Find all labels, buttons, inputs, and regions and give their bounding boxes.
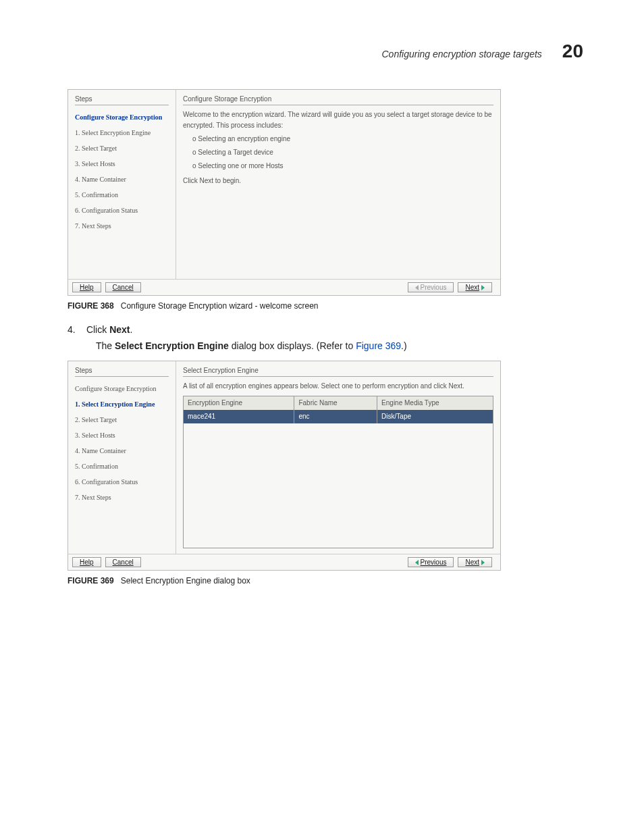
engine-instruction: A list of all encryption engines appears… [183, 381, 493, 392]
cell-fabric: enc [294, 410, 377, 423]
table-row[interactable]: mace241 enc Disk/Tape [184, 410, 493, 423]
figure-label: FIGURE 368 [68, 301, 114, 311]
arrow-left-icon [415, 560, 419, 565]
content-heading: Configure Storage Encryption [183, 95, 493, 105]
wizard-footer: Help Cancel Previous Next [68, 554, 500, 570]
step-select-encryption-engine: 1. Select Encryption Engine [75, 396, 169, 412]
table-header-row: Encryption Engine Fabric Name Engine Med… [184, 396, 493, 411]
step-select-target: 2. Select Target [75, 140, 169, 156]
figure-label: FIGURE 369 [68, 576, 114, 585]
figure-369-caption: FIGURE 369 Select Encryption Engine dial… [68, 576, 583, 585]
figure-text: Configure Storage Encryption wizard - we… [121, 301, 319, 311]
wizard-welcome: Steps Configure Storage Encryption 1. Se… [68, 89, 501, 296]
col-fabric-name[interactable]: Fabric Name [294, 396, 377, 411]
bullet-select-hosts: o Selecting one or more Hosts [183, 161, 493, 172]
step-next-steps: 7. Next Steps [75, 490, 169, 505]
steps-heading: Steps [75, 95, 169, 105]
click-next-text: Click Next to begin. [183, 176, 493, 186]
cell-media-type: Disk/Tape [377, 410, 493, 423]
figure-369-link[interactable]: Figure 369 [356, 340, 401, 351]
wizard-select-engine: Steps Configure Storage Encryption 1. Se… [68, 361, 501, 571]
step-select-encryption-engine: 1. Select Encryption Engine [75, 125, 169, 140]
arrow-left-icon [415, 285, 419, 290]
instruction-step-4: 4. Click Next. [68, 324, 583, 335]
instruction-pre: Click [86, 324, 109, 335]
help-button[interactable]: Help [72, 282, 101, 292]
col-encryption-engine[interactable]: Encryption Engine [184, 396, 294, 411]
bullet-select-engine: o Selecting an encryption engine [183, 134, 493, 145]
step-select-target: 2. Select Target [75, 412, 169, 427]
page-header: Configuring encryption storage targets 2… [61, 41, 583, 62]
col-engine-media-type[interactable]: Engine Media Type [377, 396, 493, 411]
section-title: Configuring encryption storage targets [381, 49, 541, 59]
welcome-text: Welcome to the encryption wizard. The wi… [183, 109, 493, 131]
instruction-bold: Next [109, 324, 130, 335]
bullet-select-target: o Selecting a Target device [183, 147, 493, 158]
steps-sidebar: Steps Configure Storage Encryption 1. Se… [68, 90, 176, 279]
previous-button: Previous [408, 282, 454, 292]
step-configure-storage-encryption: Configure Storage Encryption [75, 109, 169, 125]
engine-table[interactable]: Encryption Engine Fabric Name Engine Med… [183, 396, 493, 548]
wizard-content: Select Encryption Engine A list of all e… [176, 361, 500, 554]
steps-sidebar: Steps Configure Storage Encryption 1. Se… [68, 361, 176, 554]
wizard-footer: Help Cancel Previous Next [68, 279, 500, 295]
arrow-right-icon [481, 560, 485, 565]
arrow-right-icon [481, 285, 485, 290]
sub-bold: Select Encryption Engine [115, 340, 229, 351]
step-confirmation: 5. Confirmation [75, 459, 169, 474]
table-empty-area [184, 423, 493, 548]
instruction-post: . [130, 324, 132, 335]
sub-post: .) [401, 340, 407, 351]
step-configuration-status: 6. Configuration Status [75, 474, 169, 490]
step-configure-storage-encryption: Configure Storage Encryption [75, 381, 169, 396]
content-body: A list of all encryption engines appears… [183, 381, 493, 548]
chapter-number: 20 [562, 41, 583, 62]
help-button[interactable]: Help [72, 557, 101, 567]
step-name-container: 4. Name Container [75, 443, 169, 459]
next-button[interactable]: Next [458, 282, 492, 292]
page: Configuring encryption storage targets 2… [0, 0, 644, 834]
step-select-hosts: 3. Select Hosts [75, 427, 169, 443]
instruction-subtext: The Select Encryption Engine dialog box … [96, 340, 583, 351]
cancel-button[interactable]: Cancel [105, 557, 141, 567]
figure-368-caption: FIGURE 368 Configure Storage Encryption … [68, 301, 583, 311]
cell-engine: mace241 [184, 410, 294, 423]
step-number: 4. [68, 324, 84, 335]
step-next-steps: 7. Next Steps [75, 218, 169, 234]
steps-heading: Steps [75, 367, 169, 377]
content-heading: Select Encryption Engine [183, 367, 493, 377]
step-confirmation: 5. Confirmation [75, 187, 169, 203]
wizard-content: Configure Storage Encryption Welcome to … [176, 90, 500, 279]
cancel-button[interactable]: Cancel [105, 282, 141, 292]
previous-button[interactable]: Previous [408, 557, 454, 567]
sub-pre: The [96, 340, 115, 351]
step-name-container: 4. Name Container [75, 172, 169, 187]
step-select-hosts: 3. Select Hosts [75, 156, 169, 172]
next-button[interactable]: Next [458, 557, 492, 567]
sub-mid: dialog box displays. (Refer to [229, 340, 356, 351]
figure-text: Select Encryption Engine dialog box [121, 576, 250, 585]
content-body: Welcome to the encryption wizard. The wi… [183, 109, 493, 186]
step-configuration-status: 6. Configuration Status [75, 203, 169, 218]
